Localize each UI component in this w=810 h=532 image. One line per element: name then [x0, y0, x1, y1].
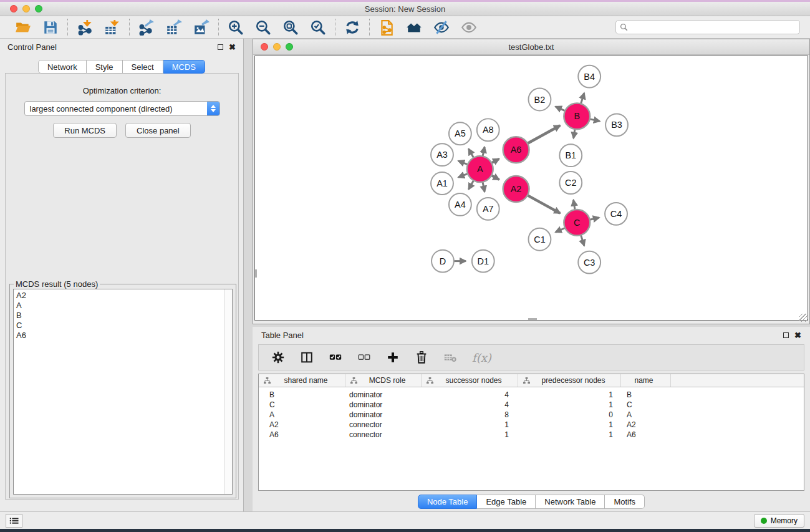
close-panel-button[interactable]: Close panel — [125, 123, 191, 138]
table-cell[interactable]: A6 — [621, 430, 671, 439]
network-canvas[interactable]: B4B2BB3A5A8A6A3B1AA1C2A2A4A7C4CC1C3DD1 — [254, 56, 808, 321]
open-session-button[interactable] — [14, 19, 32, 36]
network-graph[interactable]: B4B2BB3A5A8A6A3B1AA1C2A2A4A7C4CC1C3DD1 — [255, 56, 808, 320]
delete-column-button[interactable] — [415, 351, 428, 364]
graph-node-A5[interactable]: A5 — [449, 122, 471, 145]
tab-node-table[interactable]: Node Table — [418, 495, 478, 509]
mcds-result-item[interactable]: A — [16, 301, 221, 311]
mcds-result-item[interactable]: C — [16, 321, 221, 331]
zoom-selected-button[interactable] — [309, 19, 327, 36]
table-cell[interactable]: dominator — [345, 410, 422, 419]
table-row[interactable]: Cdominator41C — [259, 400, 804, 410]
graph-node-A6[interactable]: A6 — [503, 137, 529, 163]
first-neighbors-button[interactable] — [405, 19, 423, 36]
graph-node-A8[interactable]: A8 — [477, 118, 499, 141]
table-cell[interactable]: dominator — [345, 400, 422, 409]
graph-edge-A-A7[interactable] — [483, 181, 485, 192]
graph-node-A1[interactable]: A1 — [431, 172, 453, 195]
refresh-button[interactable] — [343, 19, 362, 36]
table-cell[interactable]: B — [259, 390, 345, 399]
graph-edge-B-B3[interactable] — [589, 119, 600, 122]
graph-node-B1[interactable]: B1 — [559, 144, 582, 167]
export-network-button[interactable] — [137, 19, 156, 36]
graph-edge-C-C4[interactable] — [589, 218, 599, 220]
network-window-titlebar[interactable]: testGlobe.txt — [253, 39, 809, 55]
graph-node-C2[interactable]: C2 — [559, 172, 582, 194]
tab-edge-table[interactable]: Edge Table — [477, 495, 536, 509]
table-cell[interactable]: connector — [345, 420, 422, 429]
graph-node-A7[interactable]: A7 — [477, 198, 499, 220]
graph-node-A[interactable]: A — [467, 156, 493, 182]
graph-node-A2[interactable]: A2 — [503, 176, 529, 202]
zoom-out-button[interactable] — [254, 19, 272, 36]
show-columns-button[interactable] — [300, 351, 314, 364]
network-minimize-button[interactable] — [273, 43, 281, 51]
tab-style[interactable]: Style — [87, 60, 123, 74]
close-table-panel-icon[interactable]: ✖ — [794, 331, 801, 339]
column-header-successor-nodes[interactable]: successor nodes — [422, 374, 518, 387]
graph-node-C3[interactable]: C3 — [578, 251, 600, 274]
close-window-button[interactable] — [10, 5, 17, 12]
show-all-button[interactable] — [460, 19, 478, 36]
graph-node-B3[interactable]: B3 — [605, 114, 628, 136]
column-header-mcds-role[interactable]: MCDS role — [345, 374, 422, 387]
mcds-result-item[interactable]: B — [16, 311, 221, 321]
tab-network[interactable]: Network — [38, 60, 87, 74]
table-cell[interactable]: B — [621, 390, 671, 399]
network-close-button[interactable] — [261, 43, 268, 51]
add-column-button[interactable] — [386, 351, 400, 364]
table-cell[interactable]: 1 — [422, 430, 518, 439]
graph-edge-C-C3[interactable] — [581, 235, 584, 246]
table-row[interactable]: A6connector11A6 — [259, 430, 804, 440]
canvas-vertical-scroll-thumb[interactable] — [255, 269, 257, 278]
tab-motifs[interactable]: Motifs — [605, 495, 645, 509]
zoom-window-button[interactable] — [35, 5, 42, 12]
graph-node-C[interactable]: C — [564, 210, 590, 236]
function-builder-button[interactable]: f(x) — [472, 351, 491, 364]
import-network-button[interactable] — [75, 19, 94, 36]
graph-node-A3[interactable]: A3 — [431, 143, 453, 166]
graph-edge-B-B4[interactable] — [581, 93, 584, 104]
export-image-button[interactable] — [192, 19, 211, 36]
mcds-result-item[interactable]: A6 — [16, 331, 221, 341]
graph-edge-A6-B[interactable] — [527, 125, 560, 143]
hide-selected-button[interactable] — [432, 19, 451, 36]
float-panel-icon[interactable] — [218, 44, 223, 50]
window-resize-grip[interactable] — [799, 314, 808, 322]
graph-node-A4[interactable]: A4 — [449, 193, 471, 216]
graph-edge-C-C1[interactable] — [556, 228, 566, 232]
mcds-result-item[interactable]: A2 — [16, 291, 221, 301]
run-mcds-button[interactable]: Run MCDS — [53, 123, 117, 138]
tab-select[interactable]: Select — [123, 60, 163, 74]
table-cell[interactable]: 4 — [422, 390, 518, 399]
table-row[interactable]: A2connector11A2 — [259, 420, 804, 430]
graph-edge-C-C2[interactable] — [574, 200, 576, 211]
minimize-window-button[interactable] — [22, 5, 30, 12]
result-scrollbar[interactable] — [224, 289, 232, 494]
graph-node-D1[interactable]: D1 — [472, 250, 494, 273]
graph-edge-A-A3[interactable] — [458, 161, 468, 165]
table-cell[interactable]: A6 — [259, 430, 345, 439]
table-cell[interactable]: 1 — [518, 430, 621, 439]
table-cell[interactable]: A — [259, 410, 345, 419]
table-cell[interactable]: 0 — [518, 410, 621, 419]
table-options-button[interactable] — [271, 351, 285, 364]
new-network-from-selection-button[interactable] — [377, 19, 396, 36]
graph-edge-A-A2[interactable] — [491, 175, 499, 180]
table-cell[interactable]: 1 — [422, 420, 518, 429]
import-table-button[interactable] — [103, 19, 122, 36]
table-cell[interactable]: 1 — [518, 390, 621, 399]
graph-edge-B-B2[interactable] — [556, 107, 566, 111]
table-cell[interactable]: connector — [345, 430, 422, 439]
table-cell[interactable]: 4 — [422, 400, 518, 409]
search-box[interactable] — [615, 20, 800, 34]
table-cell[interactable]: 1 — [518, 400, 621, 409]
graph-node-C4[interactable]: C4 — [605, 203, 627, 225]
graph-node-C1[interactable]: C1 — [529, 228, 551, 251]
select-all-columns-button[interactable] — [329, 351, 342, 364]
search-input[interactable] — [631, 23, 796, 32]
column-header-shared-name[interactable]: shared name — [259, 374, 345, 387]
graph-edge-A2-C[interactable] — [527, 195, 560, 213]
table-cell[interactable]: dominator — [345, 390, 422, 399]
save-session-button[interactable] — [41, 19, 60, 36]
